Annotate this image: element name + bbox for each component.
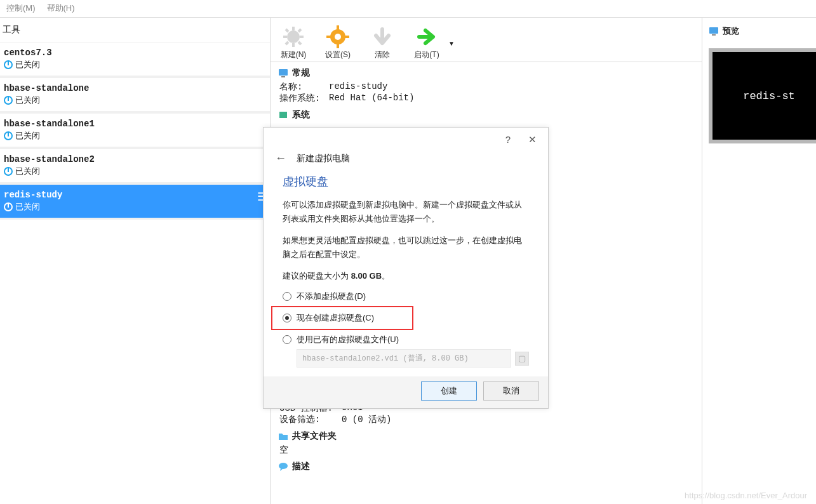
start-button[interactable]: 启动(T) [411,25,442,60]
close-icon[interactable]: ✕ [528,134,537,145]
thumb-text: redis-st [743,90,795,102]
chevron-down-icon[interactable]: ▼ [448,40,455,47]
os-val: Red Hat (64-bit) [329,93,414,104]
radio-icon [283,314,291,322]
toolbar-label: 清除 [375,50,390,60]
vm-item[interactable]: centos7.3 已关闭 [0,42,270,77]
power-icon [4,131,13,140]
dialog-title-bar: 新建虚拟电脑 [297,153,350,164]
svg-rect-17 [279,112,287,118]
dialog-paragraph: 如果想更灵活地配置虚拟硬盘，也可以跳过这一步，在创建虚拟电脑之后在配置中设定。 [283,234,529,262]
vm-status: 已关闭 [15,201,40,213]
radio-use-existing[interactable]: 使用已有的虚拟硬盘文件(U) [283,334,529,345]
vm-name: redis-study [4,190,266,200]
monitor-icon [709,27,719,36]
radio-no-disk[interactable]: 不添加虚拟硬盘(D) [283,291,529,302]
clear-button[interactable]: 清除 [367,25,398,60]
power-icon [4,60,13,69]
gear-icon [326,25,349,48]
vm-item-selected[interactable]: ☰ redis-study 已关闭 [0,184,270,220]
new-button[interactable]: 新建(N) [278,25,309,60]
power-icon [4,202,13,211]
radio-label: 现在创建虚拟硬盘(C) [297,312,374,324]
vm-item[interactable]: hbase-standalone 已关闭 [0,77,270,113]
vm-name: hbase-standalone1 [4,119,266,129]
radio-icon [283,335,291,344]
devfilter-key: 设备筛选: [279,414,337,425]
svg-point-10 [335,34,341,40]
arrow-down-icon [371,25,394,48]
svg-line-6 [298,42,301,44]
sun-icon [282,25,305,48]
settings-button[interactable]: 设置(S) [323,25,353,60]
folder-icon [278,432,288,441]
vm-status: 已关闭 [15,166,40,177]
section-system: 系统 [278,109,694,121]
section-desc: 描述 [278,461,694,472]
watermark: https://blog.csdn.net/Ever_Ardour [685,491,807,500]
shared-val: 空 [279,444,288,456]
name-val: redis-study [329,81,387,93]
devfilter-val: 0 (0 活动) [342,414,391,425]
toolbar: 新建(N) 设置(S) 清除 启动(T) ▼ [271,18,702,62]
vm-status: 已关闭 [15,95,40,106]
svg-rect-12 [337,43,339,48]
dialog-paragraph: 你可以添加虚拟硬盘到新虚拟电脑中。新建一个虚拟硬盘文件或从列表或用文件夹图标从其… [283,198,529,226]
toolbar-label: 设置(S) [325,50,351,60]
power-icon [4,167,13,176]
svg-point-18 [279,463,288,469]
svg-rect-11 [337,25,339,30]
vm-name: hbase-standalone2 [4,154,266,164]
vm-name: hbase-standalone [4,83,266,93]
svg-rect-19 [709,27,718,34]
highlight-box: 现在创建虚拟硬盘(C) [271,306,413,330]
name-key: 名称: [279,81,324,93]
new-vm-dialog: ? ✕ ← 新建虚拟电脑 虚拟硬盘 你可以添加虚拟硬盘到新虚拟电脑中。新建一个虚… [263,127,549,409]
vm-list-pane: 工具 centos7.3 已关闭 hbase-standalone 已关闭 hb… [0,18,271,504]
svg-rect-16 [281,76,285,77]
radio-label: 不添加虚拟硬盘(D) [297,291,366,302]
preview-thumbnail[interactable]: redis-st [709,48,816,143]
cancel-button[interactable]: 取消 [483,381,539,401]
radio-create-disk[interactable]: 现在创建虚拟硬盘(C) [283,312,374,324]
menu-control[interactable]: 控制(M) [6,3,36,15]
arrow-right-icon [415,25,438,48]
toolbar-label: 新建(N) [281,50,307,60]
dialog-paragraph: 建议的硬盘大小为 8.00 GB。 [283,269,529,283]
create-button[interactable]: 创建 [421,381,477,401]
back-arrow-icon[interactable]: ← [275,152,286,165]
section-shared: 共享文件夹 [278,430,694,442]
menu-bar: 控制(M) 帮助(H) [0,0,816,18]
monitor-icon [278,69,288,77]
toolbar-label: 启动(T) [414,50,439,60]
power-icon [4,96,13,105]
preview-header: 预览 [709,25,810,37]
section-general: 常规 [278,67,694,79]
vm-status: 已关闭 [15,130,40,142]
help-icon[interactable]: ? [505,134,511,145]
tools-header: 工具 [0,18,270,42]
os-key: 操作系统: [279,93,324,104]
svg-line-7 [298,29,301,32]
radio-icon [283,292,291,301]
svg-rect-14 [344,36,349,38]
vm-name: centos7.3 [4,48,266,58]
chip-icon [278,110,288,119]
svg-rect-13 [326,36,331,38]
svg-line-8 [286,42,288,44]
svg-rect-15 [279,69,288,76]
preview-pane: 预览 redis-st [702,18,816,504]
svg-rect-20 [712,34,716,36]
svg-line-5 [286,29,288,32]
vm-item[interactable]: hbase-standalone2 已关闭 [0,149,270,184]
radio-label: 使用已有的虚拟硬盘文件(U) [297,334,399,345]
speech-icon [278,462,288,471]
disk-file-select: hbase-standalone2.vdi (普通, 8.00 GB) [297,349,511,368]
vm-list: centos7.3 已关闭 hbase-standalone 已关闭 hbase… [0,42,270,504]
browse-folder-icon[interactable]: ▢ [515,352,529,366]
svg-point-0 [287,30,300,43]
menu-help[interactable]: 帮助(H) [47,3,75,15]
dialog-title: 虚拟硬盘 [283,174,529,189]
vm-item[interactable]: hbase-standalone1 已关闭 [0,113,270,149]
vm-status: 已关闭 [15,59,40,70]
